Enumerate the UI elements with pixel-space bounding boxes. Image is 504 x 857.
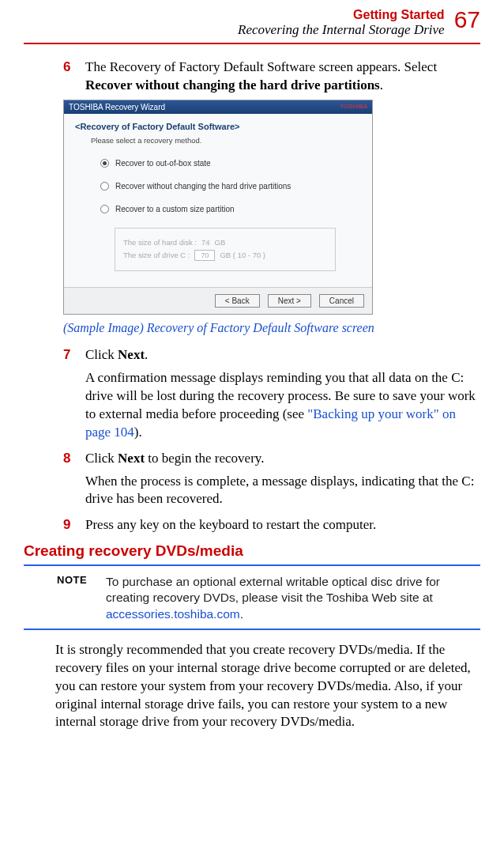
wizard-opt2-label: Recover without changing the hard drive … [115, 182, 291, 191]
wizard-sub: Please select a recovery method. [91, 136, 359, 145]
wizard-title: TOSHIBA Recovery Wizard [69, 103, 165, 111]
step7-text-b: . [145, 347, 148, 362]
hdsize-val: 74 [201, 238, 210, 247]
wizard-option-1: Recover to out-of-box state [100, 159, 359, 168]
wizard-custom-box: The size of hard disk : 74 GB The size o… [115, 228, 336, 271]
external-link[interactable]: accessories.toshiba.com [106, 607, 240, 621]
note-text-b: . [240, 607, 243, 621]
step8-text-a: Click [85, 451, 118, 466]
step-6: 6 The Recovery of Factory Default Softwa… [63, 59, 480, 95]
image-caption: (Sample Image) Recovery of Factory Defau… [63, 321, 480, 335]
header-rule [24, 43, 480, 44]
step6-text-b: . [380, 77, 383, 92]
radio-icon [100, 182, 109, 191]
radio-icon [100, 205, 109, 213]
step6-bold: Recover without changing the hard drive … [85, 77, 380, 92]
step-7-para: A confirmation message displays remindin… [85, 369, 480, 442]
wizard-option-2: Recover without changing the hard drive … [100, 182, 359, 191]
wizard-opt1-label: Recover to out-of-box state [115, 159, 211, 168]
body-paragraph: It is strongly recommended that you crea… [55, 641, 480, 732]
step-number: 7 [63, 346, 85, 364]
wizard-next-button: Next > [268, 294, 311, 308]
step8-bold: Next [118, 451, 145, 466]
step-9: 9 Press any key on the keyboard to resta… [63, 516, 480, 534]
note-label: NOTE [57, 574, 106, 621]
header-text-block: Getting Started Recovering the Internal … [238, 8, 445, 38]
note-text-a: To purchase an optional external writabl… [106, 575, 440, 604]
section-rule-bottom [24, 629, 480, 630]
wizard-csize-row: The size of drive C : 70 GB ( 10 - 70 ) [123, 250, 327, 261]
note-text: To purchase an optional external writabl… [106, 574, 480, 621]
section-rule-top [24, 564, 480, 566]
recovery-wizard-image: TOSHIBA Recovery Wizard TOSHIBA <Recover… [63, 100, 373, 315]
step-number: 6 [63, 59, 85, 95]
note-block: NOTE To purchase an optional external wr… [57, 574, 480, 621]
page-number: 67 [454, 8, 480, 32]
wizard-button-row: < Back Next > Cancel [64, 287, 372, 314]
step-8-para: When the process is complete, a message … [85, 473, 480, 509]
page: Getting Started Recovering the Internal … [0, 0, 504, 755]
header-section: Recovering the Internal Storage Drive [238, 22, 445, 38]
csize-label: The size of drive C : [123, 251, 190, 259]
step-text: Click Next. [85, 346, 148, 364]
wizard-back-button: < Back [215, 294, 260, 308]
csize-input: 70 [194, 250, 215, 261]
step-text: Click Next to begin the recovery. [85, 450, 264, 468]
wizard-heading: <Recovery of Factory Default Software> [75, 122, 359, 131]
header-chapter: Getting Started [238, 8, 445, 22]
hdsize-unit: GB [215, 238, 226, 247]
wizard-cancel-button: Cancel [319, 294, 364, 308]
page-header: Getting Started Recovering the Internal … [24, 8, 480, 38]
csize-unit: GB ( 10 - 70 ) [220, 251, 265, 259]
step-text: The Recovery of Factory Default Software… [85, 59, 480, 95]
wizard-brand: TOSHIBA [340, 103, 367, 111]
hdsize-label: The size of hard disk : [123, 238, 197, 247]
content-area: 6 The Recovery of Factory Default Softwa… [63, 59, 480, 731]
step-8: 8 Click Next to begin the recovery. [63, 450, 480, 468]
step8-text-b: to begin the recovery. [145, 451, 264, 466]
step6-text-a: The Recovery of Factory Default Software… [85, 59, 437, 74]
section-heading: Creating recovery DVDs/media [24, 542, 480, 560]
step7-text-a: Click [85, 347, 118, 362]
wizard-option-3: Recover to a custom size partition [100, 205, 359, 213]
radio-icon [100, 159, 109, 168]
wizard-body: <Recovery of Factory Default Software> P… [64, 114, 372, 287]
step-text: Press any key on the keyboard to restart… [85, 516, 376, 534]
step7-para-b: ). [134, 425, 142, 440]
wizard-hdsize-row: The size of hard disk : 74 GB [123, 238, 327, 247]
step-number: 8 [63, 450, 85, 468]
wizard-titlebar: TOSHIBA Recovery Wizard TOSHIBA [64, 100, 372, 114]
step7-bold: Next [118, 347, 145, 362]
wizard-opt3-label: Recover to a custom size partition [115, 205, 235, 213]
step-7: 7 Click Next. [63, 346, 480, 364]
step-number: 9 [63, 516, 85, 534]
